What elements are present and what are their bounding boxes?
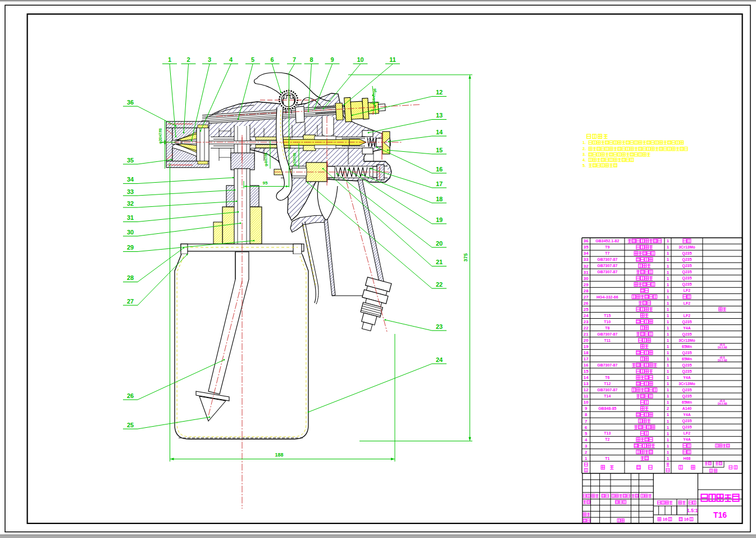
svg-text:GB7307-87: GB7307-87 (597, 264, 617, 268)
svg-text:1: 1 (667, 238, 670, 243)
svg-text:16: 16 (663, 517, 667, 522)
svg-text:3Cr13Mo: 3Cr13Mo (678, 338, 695, 342)
svg-text:6: 6 (270, 56, 274, 63)
svg-text:32: 32 (127, 200, 134, 207)
svg-text:1: 1 (667, 313, 670, 318)
svg-text:GB7307-87: GB7307-87 (597, 388, 617, 392)
svg-text:9: 9 (585, 406, 588, 411)
svg-text:21: 21 (584, 332, 589, 337)
svg-text:1: 1 (667, 301, 670, 306)
svg-text:T14: T14 (604, 394, 611, 398)
svg-text:3Cr13Mo: 3Cr13Mo (678, 382, 695, 386)
svg-text:12: 12 (584, 387, 589, 392)
svg-text:1: 1 (168, 56, 171, 63)
svg-text:Q235: Q235 (682, 425, 691, 430)
svg-text:T15: T15 (604, 314, 611, 318)
svg-text:H68: H68 (684, 456, 691, 460)
svg-text:LF2: LF2 (684, 301, 691, 305)
svg-text:23: 23 (584, 319, 589, 324)
svg-text:1: 1 (667, 251, 670, 256)
svg-text:2: 2 (667, 406, 670, 411)
svg-text:8: 8 (585, 412, 588, 417)
svg-text:18: 18 (584, 350, 589, 355)
svg-text:T7: T7 (605, 251, 609, 255)
svg-text:1: 1 (667, 338, 670, 343)
svg-text:1: 1 (667, 344, 670, 349)
svg-text:29: 29 (127, 244, 134, 251)
svg-text:LF2: LF2 (684, 288, 691, 292)
svg-text:GB848-85: GB848-85 (598, 406, 616, 410)
svg-text:15: 15 (436, 147, 443, 153)
svg-text:1: 1 (667, 282, 670, 287)
svg-text:2: 2 (186, 56, 190, 63)
svg-text:65Mn: 65Mn (682, 400, 692, 404)
svg-text:GB3452.1-82: GB3452.1-82 (595, 239, 619, 243)
svg-text:27: 27 (584, 295, 589, 300)
svg-text:17: 17 (584, 356, 589, 361)
svg-text:29: 29 (584, 282, 589, 287)
svg-text:16: 16 (584, 363, 589, 368)
svg-text:1: 1 (667, 425, 670, 430)
svg-text:Q235: Q235 (682, 251, 691, 256)
svg-text:28: 28 (127, 274, 134, 281)
svg-text:GB7307-87: GB7307-87 (597, 257, 617, 261)
svg-text:Q235: Q235 (682, 282, 691, 287)
svg-text:T12: T12 (604, 382, 611, 386)
svg-text:17: 17 (436, 180, 443, 187)
svg-text:T16: T16 (713, 510, 727, 519)
svg-text:Y4A: Y4A (683, 376, 691, 379)
svg-text:φ20H7/f6: φ20H7/f6 (158, 128, 163, 144)
svg-text:1.: 1. (582, 141, 586, 144)
svg-text:20: 20 (436, 240, 443, 247)
svg-text:1: 1 (667, 450, 670, 455)
svg-text:1: 1 (667, 363, 670, 368)
svg-text:65Mn: 65Mn (682, 345, 692, 349)
svg-text:A140: A140 (682, 406, 692, 410)
svg-text:1: 1 (667, 350, 670, 355)
svg-text:6: 6 (585, 425, 588, 430)
svg-text:9: 9 (330, 56, 334, 63)
svg-text:5.: 5. (582, 164, 586, 168)
svg-text:Q235: Q235 (682, 320, 691, 324)
svg-text:4.: 4. (582, 158, 586, 162)
svg-text:GB7307-87: GB7307-87 (597, 332, 617, 336)
svg-text:188: 188 (275, 452, 283, 458)
svg-text:24: 24 (436, 356, 443, 363)
svg-text:Q235: Q235 (682, 363, 691, 368)
svg-text:Q235: Q235 (682, 351, 691, 355)
svg-text:4: 4 (585, 437, 588, 442)
svg-text:3: 3 (208, 56, 211, 63)
svg-text:1: 1 (667, 456, 670, 461)
svg-text:34: 34 (584, 251, 589, 256)
svg-text:1: 1 (667, 295, 670, 300)
svg-text:Q235: Q235 (682, 419, 691, 423)
svg-text:T1: T1 (605, 456, 609, 460)
svg-text:T2: T2 (605, 437, 609, 441)
svg-text:375: 375 (463, 253, 468, 261)
svg-text:20: 20 (584, 338, 589, 343)
svg-text:1: 1 (667, 264, 670, 269)
svg-text:35: 35 (127, 157, 134, 164)
svg-text:3: 3 (585, 444, 588, 449)
svg-text:13: 13 (436, 112, 443, 119)
svg-text:T9: T9 (605, 245, 609, 249)
svg-text:1: 1 (667, 276, 670, 281)
svg-text:Y4A: Y4A (683, 437, 691, 441)
svg-text:11: 11 (584, 394, 589, 399)
svg-text:1: 1 (667, 400, 670, 405)
svg-text:1: 1 (667, 375, 670, 380)
svg-text:Q235: Q235 (682, 394, 691, 399)
svg-text:D6.5,N8: D6.5,N8 (718, 403, 727, 405)
svg-text:13: 13 (584, 381, 589, 386)
svg-text:5: 5 (585, 431, 588, 436)
svg-text:22: 22 (436, 281, 443, 288)
svg-text:33: 33 (584, 257, 589, 262)
svg-text:26: 26 (127, 392, 134, 399)
svg-text:11: 11 (389, 56, 396, 63)
svg-text:18: 18 (436, 196, 443, 202)
svg-text:1: 1 (667, 431, 670, 436)
svg-text:1: 1 (667, 369, 670, 374)
svg-text:1.5:1: 1.5:1 (687, 508, 698, 513)
svg-text:35: 35 (584, 245, 589, 250)
svg-text:Y4A: Y4A (683, 326, 691, 330)
